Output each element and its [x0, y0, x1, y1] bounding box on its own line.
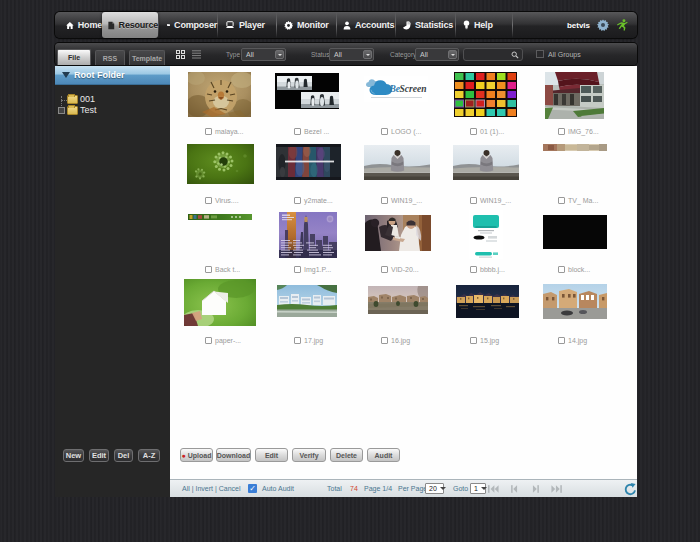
svg-text:Screen: Screen: [400, 84, 427, 94]
